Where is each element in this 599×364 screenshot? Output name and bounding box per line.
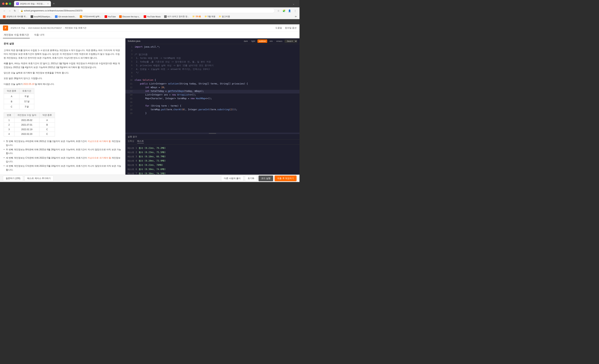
- site-logo: P: [3, 26, 8, 31]
- terms-table: 약관 종류 유효기간 A 6 달 B 12 달 C 3 달: [4, 88, 34, 109]
- bookmark-youtube[interactable]: YouTube: [103, 15, 117, 18]
- back-button[interactable]: ←: [2, 9, 7, 13]
- code-line-10: 10 class Solution {: [125, 79, 300, 82]
- bookmark-item[interactable]: 📁 5월 채용: [203, 15, 217, 18]
- breadcrumb-item[interactable]: 코딩테스트 연습: [10, 26, 25, 29]
- tab-bar: P 코딩테스트 연습 - 개인정보 수집 유... ✕ + ⌄: [13, 0, 297, 7]
- bookmark-label: 📁 알고리즘: [219, 15, 230, 18]
- tab-accuracy[interactable]: 정확성: [128, 139, 134, 143]
- terms-row: B 12 달: [4, 99, 34, 104]
- reset-button[interactable]: 초기화: [245, 175, 257, 181]
- page-tabs: 개인정보 수집 유효기간 제출 내역: [0, 32, 300, 38]
- bullet-item: 첫 번째 개인정보는 A약관에 의해 2021년 11월 1일까지 보관 가능하…: [4, 139, 122, 147]
- bottom-left: 질문하기 (155) 테스트 케이스 추가하기: [3, 175, 53, 181]
- bookmark-star-icon[interactable]: ☆: [276, 9, 281, 13]
- maximize-button[interactable]: [9, 3, 11, 5]
- add-test-button[interactable]: 테스트 케이스 추가하기: [25, 175, 53, 181]
- theme-light-btn[interactable]: light: [250, 39, 256, 43]
- bookmark-label: 코딩테스트 대비를 위...: [6, 15, 27, 18]
- others-pool-button[interactable]: 다른 사람의 풀이: [221, 175, 243, 181]
- compile-options-link[interactable]: 컴파일 옵션: [285, 26, 297, 29]
- submit-button[interactable]: 제출 후 채점하기: [275, 175, 297, 181]
- code-line-14: 14 List<Integer> ans = new ArrayList<>()…: [125, 94, 300, 97]
- bookmark-label: tony9402/baekjoo...: [34, 16, 52, 18]
- terms-period: 6 달: [19, 94, 34, 99]
- url-text: school.programmers.co.kr/learn/courses/3…: [24, 9, 82, 12]
- menu-icon[interactable]: ⋮: [293, 9, 297, 13]
- code-line-11: 11 public List<Integer> solution(String …: [125, 82, 300, 86]
- tab-close-button[interactable]: ✕: [47, 3, 49, 5]
- bookmark-item[interactable]: tony9402/baekjoo...: [29, 15, 53, 18]
- two-panel-layout: 문제 설명 고객의 약관 동의를 얻어서 수집된 1~ n 번으로 분류되는 개…: [0, 38, 300, 175]
- bookmarks-more-button[interactable]: ≫: [294, 15, 298, 18]
- terms-col-period: 유효기간: [19, 88, 34, 94]
- bookmark-favicon: [55, 15, 58, 18]
- terms-period: 12 달: [19, 99, 34, 104]
- tab-test[interactable]: 테스트: [137, 139, 144, 143]
- run-button[interactable]: 코드 실행: [259, 175, 273, 181]
- language-selector[interactable]: Java ▾: [285, 39, 297, 43]
- code-area: 1 import java.util.*; 2 3 /* 알고리즘 4 1. t…: [125, 44, 300, 175]
- code-editor[interactable]: 1 import java.util.*; 2 3 /* 알고리즘 4 1. t…: [125, 44, 300, 133]
- refresh-button[interactable]: ↻: [13, 9, 17, 13]
- test-label: 테스트 7: [128, 172, 139, 175]
- bookmark-label: YouTube: [108, 16, 116, 18]
- bookmarks-bar: 코딩테스트 대비를 위... tony9402/baekjoo... Git r…: [0, 14, 300, 19]
- privacies-table: 번호 개인정보 수집 일자 약관 종류 1 2021.05.02 A 2 202…: [4, 112, 55, 137]
- code-line-9: 9: [125, 75, 300, 79]
- bookmark-item[interactable]: Git remote branch...: [53, 15, 78, 18]
- test-row-6: 테스트 6 통과 (0.30ms, 74.6MB): [128, 167, 297, 172]
- bookmark-label: 📁 5월 채용: [204, 15, 215, 18]
- results-tabs: 정확성 테스트: [125, 139, 300, 145]
- bookmark-item[interactable]: 📁 DS🔥: [191, 15, 203, 18]
- bookmark-item[interactable]: 커밋(commit) 날짜...: [78, 15, 103, 18]
- priv-row: 4 2022.02.20 C: [4, 132, 55, 137]
- test-result: 통과 (0.23ms, 75.5MB): [139, 151, 166, 154]
- priv-row: 2 2021.07.01 B: [4, 123, 55, 127]
- active-tab[interactable]: P 코딩테스트 연습 - 개인정보 수집 유... ✕: [14, 1, 51, 7]
- terms-row: A 6 달: [4, 94, 34, 99]
- example-date: 2022.05.19: [23, 83, 34, 85]
- forward-button[interactable]: →: [7, 9, 12, 13]
- bookmark-youtube-music[interactable]: YouTube Music: [142, 15, 162, 18]
- profile-icon[interactable]: 👤: [287, 9, 292, 13]
- tab-problem[interactable]: 개인정보 수집 유효기간: [3, 32, 30, 38]
- bookmark-item[interactable]: Discover the top s...: [118, 15, 142, 18]
- lock-icon: 🔒: [20, 9, 23, 12]
- theme-sublime-btn[interactable]: sublime: [257, 39, 267, 43]
- breadcrumb-item[interactable]: 2023 KAKAO BLIND RECRUITMENT: [28, 27, 62, 29]
- tab-favicon: P: [16, 2, 19, 5]
- results-area: 실행 결과 정확성 테스트 테스트 1 통과 (0.21ms, 79.2MB) …: [125, 134, 300, 175]
- bullet-item: 세 번째 개인정보는 C약관에 의해 2022년 5월 18일까지 보관 가능하…: [4, 156, 122, 164]
- url-bar[interactable]: 🔒 school.programmers.co.kr/learn/courses…: [18, 8, 275, 13]
- theme-vim-btn[interactable]: vim: [268, 39, 274, 43]
- bookmark-favicon: [3, 15, 6, 18]
- new-tab-button[interactable]: +: [52, 1, 56, 6]
- expand-tabs-button[interactable]: ⌄: [291, 1, 296, 6]
- panel-divider[interactable]: [125, 133, 300, 134]
- test-label: 테스트 4: [128, 159, 139, 163]
- test-label: 테스트 3: [128, 155, 139, 158]
- help-link[interactable]: 도움말: [275, 26, 282, 29]
- results-header: 실행 결과: [125, 134, 300, 139]
- extensions-icon[interactable]: 🧩: [282, 9, 286, 13]
- theme-emacs-btn[interactable]: emacs: [275, 39, 284, 43]
- youtube-music-favicon: [144, 15, 146, 18]
- tab-submissions[interactable]: 제출 내역: [33, 32, 45, 38]
- breadcrumb-separator: ›: [26, 27, 27, 29]
- question-button[interactable]: 질문하기 (155): [3, 175, 23, 181]
- bookmark-label: Discover the top s...: [123, 16, 140, 18]
- bookmark-item[interactable]: 코딩테스트 대비를 위...: [1, 15, 29, 18]
- bookmark-label: 커밋(commit) 날짜...: [83, 15, 101, 18]
- minimize-button[interactable]: [6, 3, 8, 5]
- close-button[interactable]: [2, 3, 4, 5]
- bookmark-favicon: [80, 15, 82, 18]
- problem-description: 고객의 약관 동의를 얻어서 수집된 1~ n 번으로 분류되는 개인정보 n …: [4, 49, 122, 86]
- bookmark-item[interactable]: 내가 보려고 정리한 정...: [163, 15, 191, 18]
- code-line-3: 3 /* 알고리즘: [125, 53, 300, 57]
- theme-dark-btn[interactable]: dark: [242, 39, 249, 43]
- bookmark-item[interactable]: 📁 알고리즘: [217, 15, 231, 18]
- terms-row: C 3 달: [4, 104, 34, 109]
- code-line-5: 5 2. today를 ,를 기준으로 파싱 -> 정수형으로 연, 월, 일 …: [125, 60, 300, 64]
- terms-type: A: [4, 94, 19, 99]
